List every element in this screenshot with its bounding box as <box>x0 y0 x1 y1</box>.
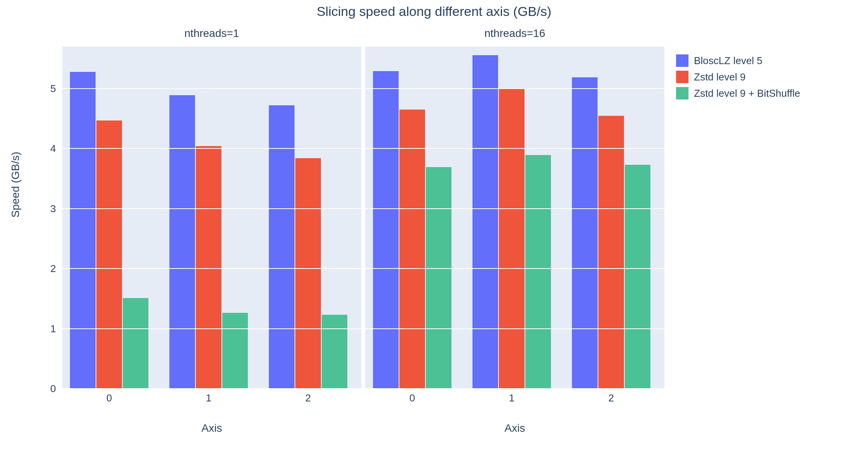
bar <box>322 315 347 389</box>
gridline <box>62 268 361 269</box>
legend-label: Zstd level 9 + BitShuffle <box>694 87 800 99</box>
y-tick-label: 4 <box>37 143 56 155</box>
y-tick-label: 1 <box>37 323 56 335</box>
plot-panel-0: 012 <box>62 47 361 389</box>
legend-swatch <box>676 71 688 83</box>
legend-label: BloscLZ level 5 <box>694 55 762 67</box>
legend-swatch <box>676 87 688 99</box>
x-axis-title-1: Axis <box>365 422 664 434</box>
gridline <box>62 148 361 149</box>
bar <box>426 167 451 389</box>
bar <box>169 95 195 389</box>
bar <box>123 298 148 389</box>
gridline <box>365 208 664 209</box>
bar <box>598 116 624 389</box>
bar <box>572 77 598 389</box>
legend-swatch <box>676 54 688 67</box>
gridline <box>365 388 664 389</box>
gridline <box>62 328 361 329</box>
legend-item[interactable]: BloscLZ level 5 <box>676 54 800 67</box>
bar <box>70 72 96 389</box>
bar <box>373 71 399 389</box>
x-tick-label: 1 <box>509 392 514 404</box>
x-tick-label: 0 <box>410 392 415 404</box>
y-tick-label: 2 <box>37 263 56 275</box>
gridline <box>62 388 361 389</box>
gridline <box>365 88 664 89</box>
bar <box>472 55 498 389</box>
facet-title-0: nthreads=1 <box>62 27 361 40</box>
bar <box>295 158 321 389</box>
chart-figure: Slicing speed along different axis (GB/s… <box>0 0 868 450</box>
gridline <box>62 88 361 89</box>
bar <box>625 165 650 389</box>
gridline <box>365 268 664 269</box>
bar <box>525 155 551 389</box>
y-tick-label: 5 <box>37 83 56 95</box>
legend-label: Zstd level 9 <box>694 71 746 83</box>
x-tick-label: 2 <box>608 392 614 404</box>
bar <box>196 146 221 389</box>
bar <box>96 120 122 389</box>
y-axis-title: Speed (GB/s) <box>9 152 22 218</box>
facet-title-1: nthreads=16 <box>365 27 664 40</box>
plot-panel-1: 012 <box>365 47 664 389</box>
y-tick-labels: 012345 <box>35 47 58 389</box>
gridline <box>365 148 664 149</box>
x-tick-label: 1 <box>206 392 211 404</box>
gridline <box>62 208 361 209</box>
gridline <box>365 328 664 329</box>
plot-inner-0 <box>62 47 361 389</box>
bar <box>399 110 425 389</box>
legend: BloscLZ level 5Zstd level 9Zstd level 9 … <box>676 54 800 103</box>
chart-title: Slicing speed along different axis (GB/s… <box>0 4 868 19</box>
x-tick-label: 0 <box>106 392 112 404</box>
y-tick-label: 3 <box>37 202 56 215</box>
bar <box>222 313 248 389</box>
y-tick-label: 0 <box>37 383 56 395</box>
legend-item[interactable]: Zstd level 9 + BitShuffle <box>676 87 800 99</box>
legend-item[interactable]: Zstd level 9 <box>676 71 800 83</box>
x-tick-label: 2 <box>305 392 311 404</box>
x-axis-title-0: Axis <box>62 422 361 434</box>
bar <box>499 89 525 389</box>
plot-inner-1 <box>365 47 664 389</box>
